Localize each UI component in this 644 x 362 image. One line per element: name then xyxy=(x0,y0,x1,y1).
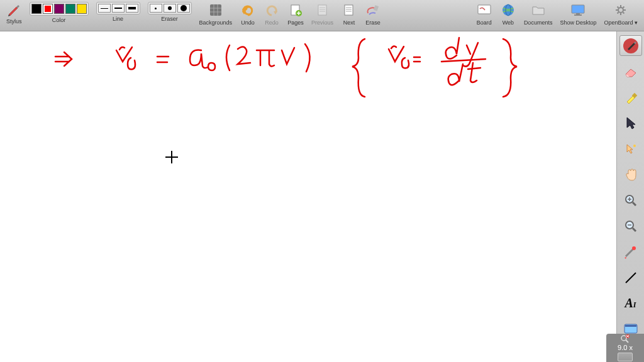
color-purple[interactable] xyxy=(54,4,64,14)
svg-rect-35 xyxy=(625,325,636,327)
color-red[interactable] xyxy=(43,4,53,14)
stylus-group: Stylus xyxy=(6,2,22,25)
new-page-icon xyxy=(287,2,304,18)
handwriting-layer xyxy=(0,31,616,362)
svg-point-36 xyxy=(621,336,626,341)
line-tool[interactable] xyxy=(619,267,642,288)
svg-rect-22 xyxy=(576,13,580,14)
right-tool-panel: AI xyxy=(616,31,644,362)
color-label: Color xyxy=(52,17,66,23)
svg-point-19 xyxy=(502,4,514,16)
svg-rect-9 xyxy=(318,5,326,15)
svg-point-24 xyxy=(618,8,623,13)
desktop-icon xyxy=(570,2,586,18)
color-black[interactable] xyxy=(31,4,42,14)
board-button[interactable]: Board xyxy=(476,2,492,26)
eraser-tool[interactable] xyxy=(619,61,642,82)
eraser-large[interactable] xyxy=(177,4,190,13)
selector-tool[interactable] xyxy=(619,112,642,133)
svg-rect-13 xyxy=(345,5,353,15)
pen-tool[interactable] xyxy=(619,35,642,56)
line-thick[interactable] xyxy=(126,4,138,13)
globe-icon xyxy=(500,2,516,18)
line-medium[interactable] xyxy=(112,4,125,13)
previous-page-icon xyxy=(314,2,331,18)
eraser-size-group: Eraser xyxy=(148,2,192,22)
zoom-reset-icon xyxy=(620,334,630,343)
board-icon xyxy=(476,2,492,18)
documents-button[interactable]: Documents xyxy=(524,2,553,26)
whiteboard-canvas[interactable] xyxy=(0,31,616,362)
folder-icon xyxy=(530,2,547,18)
undo-icon xyxy=(240,2,256,18)
svg-point-32 xyxy=(632,246,636,250)
pages-button[interactable]: Pages xyxy=(287,2,304,26)
hand-tool[interactable] xyxy=(619,164,642,185)
svg-rect-23 xyxy=(574,14,582,16)
eraser-small[interactable] xyxy=(150,4,162,13)
line-thin[interactable] xyxy=(98,4,111,13)
next-page-icon xyxy=(341,2,357,18)
previous-button[interactable]: Previous xyxy=(311,2,333,26)
next-button[interactable]: Next xyxy=(341,2,357,26)
color-teal[interactable] xyxy=(65,4,75,14)
main-toolbar: Stylus Color Line Eraser xyxy=(0,0,644,31)
zoom-in-tool[interactable] xyxy=(619,190,642,211)
eraser-label: Eraser xyxy=(161,16,178,22)
stylus-icon[interactable] xyxy=(6,2,21,17)
web-button[interactable]: Web xyxy=(500,2,516,26)
svg-rect-21 xyxy=(572,5,584,13)
cursor-crosshair xyxy=(165,151,178,163)
erase-button[interactable]: Erase xyxy=(365,2,381,26)
line-group: Line xyxy=(96,2,140,22)
highlighter-tool[interactable] xyxy=(619,87,642,107)
zoom-indicator[interactable]: 9.0 x xyxy=(606,334,644,362)
eraser-medium[interactable] xyxy=(164,4,176,13)
undo-button[interactable]: Undo xyxy=(240,2,256,26)
svg-rect-0 xyxy=(210,4,221,16)
color-group: Color xyxy=(30,2,89,23)
gear-icon xyxy=(613,2,629,18)
erase-icon xyxy=(365,2,381,18)
text-tool[interactable]: AI xyxy=(619,293,642,314)
svg-marker-6 xyxy=(274,11,277,14)
line-label: Line xyxy=(113,16,123,22)
svg-point-29 xyxy=(633,145,636,147)
pointer-tool[interactable] xyxy=(619,138,642,159)
keyboard-icon[interactable] xyxy=(618,353,633,361)
show-desktop-button[interactable]: Show Desktop xyxy=(560,2,596,26)
openboard-menu-button[interactable]: OpenBoard ▾ xyxy=(604,2,638,26)
svg-rect-17 xyxy=(374,5,379,11)
zoom-level: 9.0 x xyxy=(618,344,633,351)
laser-tool[interactable] xyxy=(619,241,642,262)
grid-icon xyxy=(208,2,224,18)
zoom-out-tool[interactable] xyxy=(619,216,642,236)
redo-icon xyxy=(264,2,280,18)
redo-button[interactable]: Redo xyxy=(264,2,280,26)
svg-line-33 xyxy=(626,273,636,283)
backgrounds-button[interactable]: Backgrounds xyxy=(199,2,233,26)
stylus-label: Stylus xyxy=(6,18,22,25)
color-yellow[interactable] xyxy=(77,4,87,14)
